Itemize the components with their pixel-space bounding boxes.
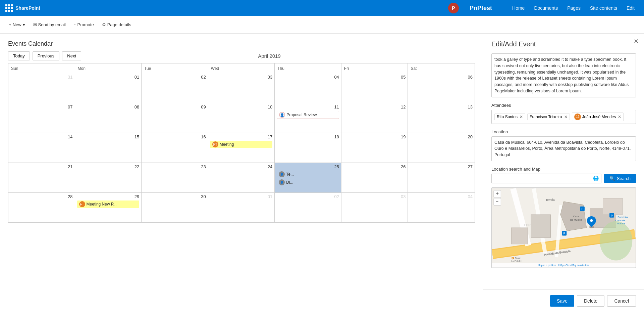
cal-cell[interactable]: 28 — [8, 193, 75, 222]
location-label: Location — [491, 129, 636, 134]
event-avatar: 👤 — [279, 179, 285, 185]
map-svg: EDP Casa da Música Terrela Boavista Casa… — [492, 188, 636, 268]
app-name: SharePoint — [15, 5, 40, 11]
search-button[interactable]: 🔍 Search — [604, 174, 636, 183]
app-icon[interactable]: SharePoint — [5, 4, 40, 12]
day-thu: Thu — [275, 63, 341, 73]
day-mon: Mon — [75, 63, 142, 73]
right-panel: ✕ Edit/Add Event took a galley of type a… — [483, 34, 644, 312]
event-label: Proposal Review — [286, 113, 317, 117]
cal-cell[interactable]: 31 — [8, 73, 75, 103]
cal-cell[interactable]: 13 — [408, 103, 475, 133]
new-button[interactable]: + New ▾ — [5, 20, 29, 29]
attendee-joao[interactable]: JJ João José Mendes ✕ — [572, 113, 624, 121]
cal-cell[interactable]: 09 — [142, 103, 208, 133]
map-container[interactable]: EDP Casa da Música Terrela Boavista Casa… — [491, 187, 636, 268]
cal-cell[interactable]: 20 — [408, 133, 475, 163]
location-search-input[interactable] — [491, 174, 601, 183]
event-meeting-new[interactable]: FT Meeting New P... — [77, 200, 140, 208]
cal-cell[interactable]: 12 — [341, 103, 408, 133]
day-sun: Sun — [8, 63, 75, 73]
delete-button[interactable]: Delete — [577, 295, 604, 307]
next-button[interactable]: Next — [62, 51, 81, 60]
attendee-rita[interactable]: Rita Santos ✕ — [494, 114, 525, 120]
save-button[interactable]: Save — [550, 295, 574, 307]
location-text[interactable]: Casa da Música, 604-610, Avenida da Boav… — [491, 136, 636, 161]
today-button[interactable]: Today — [8, 51, 30, 60]
cal-cell[interactable]: 30 — [142, 193, 208, 222]
cal-cell[interactable]: 03 — [341, 193, 408, 222]
remove-attendee-button[interactable]: ✕ — [520, 115, 523, 119]
day-fri: Fri — [341, 63, 408, 73]
nav-home[interactable]: Home — [508, 4, 529, 12]
cal-cell[interactable]: 01 — [208, 193, 275, 222]
calendar-header: Today Previous Next April 2019 — [8, 51, 475, 60]
svg-text:P: P — [581, 207, 583, 211]
event-label: Di... — [286, 180, 293, 185]
nav-site-contents[interactable]: Site contents — [586, 4, 621, 12]
cal-cell[interactable]: 14 — [8, 133, 75, 163]
cal-cell[interactable]: 11 👤 Proposal Review — [275, 103, 341, 133]
cal-cell[interactable]: 26 — [341, 163, 408, 192]
promote-label: Promote — [77, 22, 94, 27]
location-search-section: Location search and Map 🌐 🔍 Search — [491, 167, 636, 268]
cancel-button[interactable]: Cancel — [607, 295, 636, 307]
send-email-button[interactable]: ✉ Send by email — [30, 20, 69, 29]
event-avatar: FT — [212, 141, 218, 147]
nav-documents[interactable]: Documents — [530, 4, 562, 12]
svg-text:P: P — [611, 214, 613, 217]
cal-cell[interactable]: 18 — [275, 133, 341, 163]
remove-attendee-button[interactable]: ✕ — [564, 115, 568, 119]
cal-cell[interactable]: 04 — [275, 73, 341, 103]
cal-cell[interactable]: 02 — [275, 193, 341, 222]
cal-cell[interactable]: 06 — [408, 73, 475, 103]
event-proposal-review[interactable]: 👤 Proposal Review — [277, 111, 339, 119]
cal-cell[interactable]: 22 — [75, 163, 142, 192]
cal-cell[interactable]: 25 👤 Te... 👤 Di... — [275, 163, 341, 192]
attendee-name: Francisco Teixeira — [530, 115, 562, 119]
event-avatar: 👤 — [279, 171, 285, 177]
cal-cell[interactable]: 03 — [208, 73, 275, 103]
svg-text:da Música: da Música — [570, 218, 582, 221]
avatar[interactable]: P — [448, 3, 459, 13]
cal-cell[interactable]: 08 — [75, 103, 142, 133]
cal-cell[interactable]: 04 — [408, 193, 475, 222]
top-nav: SharePoint P PnPtest Home Documents Page… — [0, 0, 644, 16]
svg-rect-7 — [531, 215, 551, 237]
nav-pages[interactable]: Pages — [563, 4, 585, 12]
cal-cell[interactable]: 07 — [8, 103, 75, 133]
promote-button[interactable]: ↑ Promote — [70, 20, 97, 29]
event-te[interactable]: 👤 Te... — [277, 171, 339, 178]
description-text[interactable]: took a galley of type and scrambled it t… — [491, 53, 636, 97]
event-meeting[interactable]: FT Meeting — [210, 141, 273, 148]
days-header: Sun Mon Tue Wed Thu Fri Sat — [8, 63, 475, 73]
attendee-francisco[interactable]: Francisco Teixeira ✕ — [527, 114, 570, 120]
search-input-wrapper: 🌐 — [491, 174, 601, 183]
grid-icon — [5, 4, 13, 12]
page-details-button[interactable]: ⚙ Page details — [99, 20, 135, 29]
cal-cell[interactable]: 29 FT Meeting New P... — [75, 193, 142, 222]
remove-attendee-button[interactable]: ✕ — [618, 115, 621, 119]
cal-cell[interactable]: 01 — [75, 73, 142, 103]
toolbar: + New ▾ ✉ Send by email ↑ Promote ⚙ Page… — [0, 16, 644, 34]
cal-cell[interactable]: 10 — [208, 103, 275, 133]
cal-cell[interactable]: 23 — [142, 163, 208, 192]
promote-icon: ↑ — [74, 22, 76, 27]
cal-cell[interactable]: 27 — [408, 163, 475, 192]
cal-cell[interactable]: 02 — [142, 73, 208, 103]
event-label: Meeting New P... — [87, 202, 117, 207]
cal-cell[interactable]: 21 — [8, 163, 75, 192]
attendees-box[interactable]: Rita Santos ✕ Francisco Teixeira ✕ JJ Jo… — [491, 110, 636, 124]
close-button[interactable]: ✕ — [634, 38, 639, 45]
event-di[interactable]: 👤 Di... — [277, 179, 339, 186]
settings-icon: ⚙ — [102, 22, 106, 27]
nav-edit[interactable]: Edit — [623, 4, 639, 12]
cal-cell[interactable]: 05 — [341, 73, 408, 103]
site-title: PnPtest — [470, 5, 492, 12]
cal-cell[interactable]: 24 — [208, 163, 275, 192]
cal-cell[interactable]: 17 FT Meeting — [208, 133, 275, 163]
cal-cell[interactable]: 16 — [142, 133, 208, 163]
previous-button[interactable]: Previous — [33, 51, 60, 60]
cal-cell[interactable]: 15 — [75, 133, 142, 163]
cal-cell[interactable]: 19 — [341, 133, 408, 163]
